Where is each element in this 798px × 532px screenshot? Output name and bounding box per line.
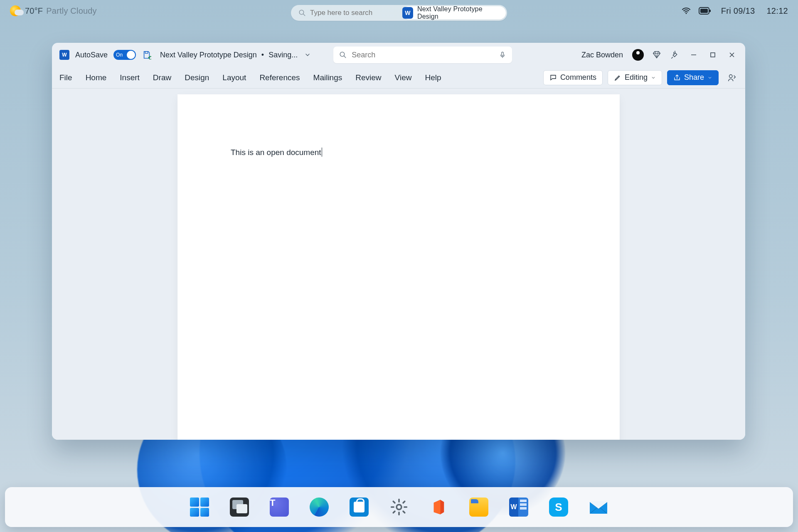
tab-layout[interactable]: Layout: [222, 73, 246, 82]
svg-line-1: [303, 14, 305, 16]
taskbar-mail[interactable]: [588, 496, 609, 518]
document-name: Next Valley Prototype Design: [160, 51, 257, 59]
titlebar-search-input[interactable]: [352, 51, 494, 59]
taskbar-settings[interactable]: [388, 496, 410, 518]
word-app-icon: W: [59, 50, 69, 60]
svg-point-12: [729, 74, 732, 77]
teams-icon: T: [270, 498, 289, 517]
word-icon: W: [402, 7, 413, 19]
document-page[interactable]: This is an open document: [177, 94, 620, 440]
taskbar-skype[interactable]: S: [548, 496, 569, 518]
tab-view[interactable]: View: [395, 73, 412, 82]
tab-file[interactable]: File: [59, 73, 72, 82]
store-icon: [350, 498, 369, 517]
system-date[interactable]: Fri 09/13: [721, 6, 755, 16]
ribbon-tabs: File Home Insert Draw Design Layout Refe…: [52, 67, 745, 89]
start-icon: [190, 498, 209, 517]
account-name[interactable]: Zac Bowden: [581, 51, 623, 59]
search-icon: [298, 9, 306, 17]
wifi-icon[interactable]: [681, 6, 691, 16]
word-icon: W: [509, 498, 528, 517]
separator-dot: •: [259, 51, 266, 59]
chevron-down-icon: [651, 75, 656, 80]
taskbar-office[interactable]: [428, 496, 450, 518]
share-icon: [673, 74, 681, 81]
tab-design[interactable]: Design: [185, 73, 209, 82]
svg-line-8: [344, 56, 346, 58]
skype-icon: S: [549, 498, 568, 517]
chevron-down-icon[interactable]: [304, 52, 311, 58]
pencil-icon: [614, 74, 621, 81]
svg-rect-6: [145, 52, 148, 54]
autosave-state: On: [116, 52, 123, 58]
tab-help[interactable]: Help: [425, 73, 441, 82]
system-time[interactable]: 12:12: [766, 6, 788, 16]
taskbar-word[interactable]: W: [508, 496, 530, 518]
mic-icon[interactable]: [499, 50, 506, 59]
save-status: Saving...: [268, 51, 298, 59]
account-avatar[interactable]: [632, 49, 644, 61]
system-top-bar: 70°F Partly Cloudy W Next Valley Prototy…: [0, 0, 798, 22]
taskbar: T W S: [5, 487, 793, 527]
svg-point-2: [685, 12, 687, 14]
taskbar-task-view[interactable]: [229, 496, 250, 518]
edge-icon: [310, 498, 329, 517]
document-body-text[interactable]: This is an open document: [231, 148, 322, 157]
minimize-button[interactable]: [688, 49, 699, 61]
svg-point-13: [397, 505, 401, 510]
titlebar-search[interactable]: [333, 47, 512, 63]
tab-references[interactable]: References: [259, 73, 300, 82]
titlebar: W AutoSave On Next Valley Prototype Desi…: [52, 43, 745, 67]
save-icon[interactable]: [142, 50, 152, 60]
taskbar-edge[interactable]: [308, 496, 330, 518]
toggle-knob: [127, 51, 135, 59]
editing-label: Editing: [625, 73, 648, 82]
comments-button[interactable]: Comments: [543, 70, 603, 85]
plugin-icon[interactable]: [670, 49, 680, 60]
autosave-toggle[interactable]: On: [113, 50, 136, 60]
taskbar-store[interactable]: [348, 496, 370, 518]
search-icon: [339, 51, 347, 59]
text-cursor: [322, 148, 322, 157]
share-label: Share: [684, 73, 704, 82]
close-button[interactable]: [726, 49, 738, 61]
tab-draw[interactable]: Draw: [153, 73, 171, 82]
svg-rect-11: [711, 53, 715, 57]
autosave-label: AutoSave: [75, 51, 108, 59]
svg-rect-5: [709, 10, 711, 12]
battery-icon[interactable]: [699, 7, 711, 15]
recent-doc-name: Next Valley Prototype Design: [417, 5, 499, 20]
explorer-icon: [469, 498, 488, 517]
system-search-input[interactable]: [306, 9, 402, 17]
svg-rect-9: [502, 52, 504, 56]
chevron-down-icon: [707, 75, 712, 80]
maximize-button[interactable]: [707, 49, 719, 61]
taskbar-teams[interactable]: T: [268, 496, 290, 518]
diamond-icon[interactable]: [651, 49, 662, 60]
office-icon: [430, 498, 448, 516]
document-canvas[interactable]: This is an open document: [52, 89, 745, 440]
svg-rect-4: [700, 9, 708, 13]
comment-icon: [549, 74, 557, 81]
tab-insert[interactable]: Insert: [120, 73, 140, 82]
weather-icon: [10, 5, 21, 16]
weather-condition[interactable]: Partly Cloudy: [46, 6, 97, 16]
editing-mode-button[interactable]: Editing: [608, 70, 662, 85]
tab-mailings[interactable]: Mailings: [313, 73, 342, 82]
document-title[interactable]: Next Valley Prototype Design • Saving...: [160, 51, 298, 59]
task-view-icon: [230, 498, 249, 517]
weather-temp[interactable]: 70°F: [25, 6, 43, 16]
system-search[interactable]: W Next Valley Prototype Design: [291, 5, 507, 21]
tab-home[interactable]: Home: [86, 73, 107, 82]
document-text: This is an open document: [231, 148, 321, 157]
system-search-recent-chip[interactable]: W Next Valley Prototype Design: [402, 6, 506, 20]
share-button[interactable]: Share: [667, 70, 719, 85]
mail-icon: [589, 499, 608, 515]
gear-icon: [390, 498, 408, 516]
word-window: W AutoSave On Next Valley Prototype Desi…: [52, 43, 745, 440]
tab-review[interactable]: Review: [355, 73, 381, 82]
comments-label: Comments: [560, 73, 596, 82]
taskbar-explorer[interactable]: [468, 496, 490, 518]
copilot-icon[interactable]: [726, 72, 738, 84]
taskbar-start[interactable]: [189, 496, 210, 518]
